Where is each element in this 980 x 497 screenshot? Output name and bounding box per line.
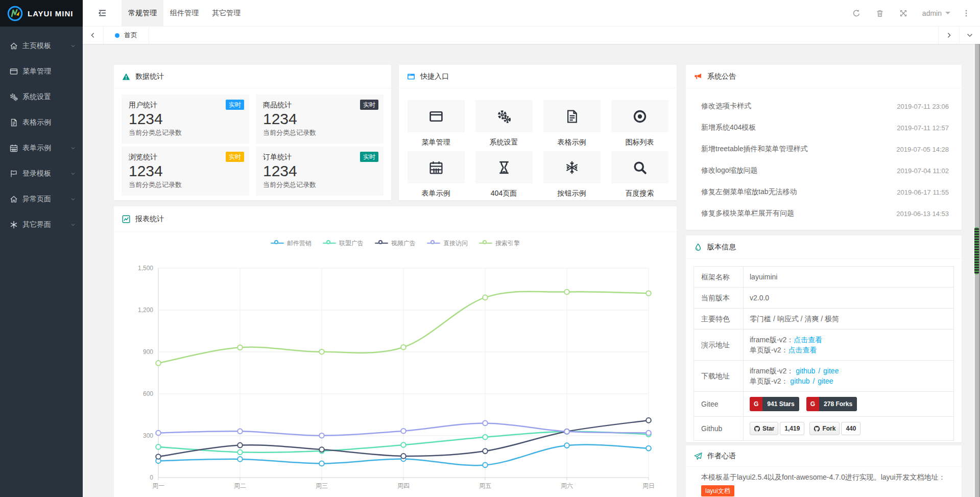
sidebar-item-label: 菜单管理 [22,67,76,76]
sidebar-item-label: 系统设置 [22,92,76,102]
sidebar-menu: 主页模板 菜单管理 系统设置 表格示例 表单示例 登录模板 异常页面 [0,27,83,238]
fullscreen-button[interactable] [892,0,915,27]
layui-doc-badge[interactable]: layui文档 [701,485,734,496]
quick-entry-form-examples[interactable]: 表单示例 [408,151,465,198]
download-links: iframe版-v2： github / gitee 单页版-v2： githu… [744,361,954,392]
sidebar-item-form-examples[interactable]: 表单示例 [0,135,83,161]
github-star-button[interactable]: Star [750,422,778,435]
legend-item-邮件营销[interactable]: 邮件营销 [271,239,312,248]
main-content: 数据统计 用户统计 实时 1234 当前分类总记录数 商品统计 实时 1234 … [83,44,973,497]
sidebar-item-other-pages[interactable]: 其它界面 [0,212,83,238]
announcement-item[interactable]: 新增treetable插件和菜单管理样式 2019-07-05 14:28 [701,138,949,160]
download-github-link[interactable]: github [790,377,809,385]
top-tab-general[interactable]: 常规管理 [122,0,163,26]
more-menu-button[interactable] [958,0,975,27]
trash-icon [876,9,884,17]
top-tab-components[interactable]: 组件管理 [163,0,205,26]
calendar-icon [10,144,18,152]
stat-value: 1234 [129,110,242,128]
chart-container: 邮件营销联盟广告视频广告直接访问搜索引擎 03006009001,2001,50… [114,232,677,490]
quick-entry-button-examples[interactable]: 按钮示例 [543,151,601,198]
quick-entry-grid: 菜单管理 系统设置 表格示例 图标列表 [399,88,677,198]
download-gitee-link[interactable]: gitee [818,377,833,385]
quick-entry-404-page[interactable]: 404页面 [475,151,533,198]
version-table-wrap: 框架名称 layuimini 当前版本 v2.0.0 主要特色 零门槛 / 响应… [686,259,962,448]
fullscreen-icon [899,9,907,17]
chevron-right-icon [945,32,952,39]
sidebar-item-error-pages[interactable]: 异常页面 [0,186,83,212]
legend-item-联盟广告[interactable]: 联盟广告 [323,239,364,248]
legend-item-视频广告[interactable]: 视频广告 [375,239,416,248]
github-fork-count[interactable]: 440 [841,422,861,435]
announcement-date: 2019-06-17 11:55 [897,188,949,196]
quick-entry-label: 菜单管理 [408,137,465,147]
announcement-list: 修改选项卡样式 2019-07-11 23:06 新增系统404模板 2019-… [686,88,962,224]
tab-operations-button[interactable] [959,27,980,44]
file-icon [10,119,18,127]
download-github-link[interactable]: github [796,367,815,375]
quick-entry-system-settings[interactable]: 系统设置 [475,100,533,147]
announcement-item[interactable]: 修复多模块菜单栏展开有问题 2019-06-13 14:53 [701,203,949,224]
announcement-text: 新增treetable插件和菜单管理样式 [701,145,807,154]
realtime-badge: 实时 [360,100,378,110]
sidebar-item-label: 表格示例 [22,118,76,127]
legend-item-直接访问[interactable]: 直接访问 [427,239,468,248]
legend-label: 视频广告 [391,239,416,248]
stat-label: 订单统计 [263,153,376,162]
gitee-stars-badge[interactable]: G 941 Stars [750,397,799,411]
announcement-item[interactable]: 修复左侧菜单缩放tab无法移动 2019-06-17 11:55 [701,181,949,203]
github-fork-button[interactable]: Fork [809,422,840,435]
scrollbar-thumb[interactable] [974,227,979,274]
quick-entry-table-examples[interactable]: 表格示例 [543,100,601,147]
quick-entry-label: 404页面 [475,188,533,198]
table-row: 演示地址 iframe版-v2：点击查看 单页版-v2：点击查看 [694,329,954,361]
sidebar-item-login-templates[interactable]: 登录模板 [0,161,83,186]
demo-iframe-link[interactable]: 点击查看 [794,336,822,344]
sidebar-item-menu-management[interactable]: 菜单管理 [0,59,83,84]
table-row: 当前版本 v2.0.0 [694,288,954,309]
stat-description: 当前分类总记录数 [129,128,242,137]
logo-icon [7,5,23,22]
download-gitee-link[interactable]: gitee [823,367,839,375]
legend-item-搜索引擎[interactable]: 搜索引擎 [479,239,520,248]
card-header: 作者心语 [686,445,962,467]
sidebar-item-system-settings[interactable]: 系统设置 [0,84,83,110]
author-text: 本模板基于layui2.5.4以及font-awesome-4.7.0进行实现。… [686,467,962,497]
row-label: Github [694,417,744,441]
quick-entry-label: 表单示例 [408,188,465,198]
dot-circle-icon [633,109,647,124]
quick-entry-baidu-search[interactable]: 百度搜索 [611,151,668,198]
vertical-scrollbar[interactable] [973,44,980,497]
stat-value: 1234 [129,162,242,180]
top-tab-others[interactable]: 其它管理 [205,0,247,26]
sidebar-toggle-button[interactable] [83,0,122,26]
announcement-item[interactable]: 新增系统404模板 2019-07-11 12:57 [701,117,949,138]
svg-text:周一: 周一 [152,482,164,489]
quick-entry-icon-list[interactable]: 图标列表 [611,100,668,147]
legend-marker-icon [271,240,284,246]
sidebar-item-home-templates[interactable]: 主页模板 [0,33,83,59]
quick-entry-menu-management[interactable]: 菜单管理 [408,100,465,147]
gitee-forks-badge[interactable]: G 278 Forks [806,397,857,411]
stat-order-count[interactable]: 订单统计 实时 1234 当前分类总记录数 [256,147,384,196]
user-dropdown[interactable]: admin [915,9,958,17]
stat-view-count[interactable]: 浏览统计 实时 1234 当前分类总记录数 [122,147,249,196]
github-widgets: Star 1,419 Fork 440 [750,422,947,435]
realtime-badge: 实时 [360,152,378,162]
app-logo[interactable]: LAYUI MINI [0,0,83,27]
demo-links: iframe版-v2：点击查看 单页版-v2：点击查看 [744,329,954,361]
stat-user-count[interactable]: 用户统计 实时 1234 当前分类总记录数 [122,94,249,144]
announcement-item[interactable]: 修改选项卡样式 2019-07-11 23:06 [701,96,949,117]
svg-text:0: 0 [150,474,153,481]
announcement-item[interactable]: 修改logo缩放问题 2019-07-04 11:02 [701,160,949,181]
refresh-button[interactable] [845,0,868,27]
sidebar-item-table-examples[interactable]: 表格示例 [0,110,83,135]
stat-product-count[interactable]: 商品统计 实时 1234 当前分类总记录数 [256,94,384,144]
tab-scroll-right-button[interactable] [938,27,959,44]
paper-plane-icon [694,452,702,460]
tab-scroll-left-button[interactable] [83,27,104,44]
tab-home[interactable]: 首页 [104,27,149,44]
demo-spa-link[interactable]: 点击查看 [788,346,817,354]
clear-cache-button[interactable] [868,0,892,27]
github-star-count[interactable]: 1,419 [780,422,804,435]
